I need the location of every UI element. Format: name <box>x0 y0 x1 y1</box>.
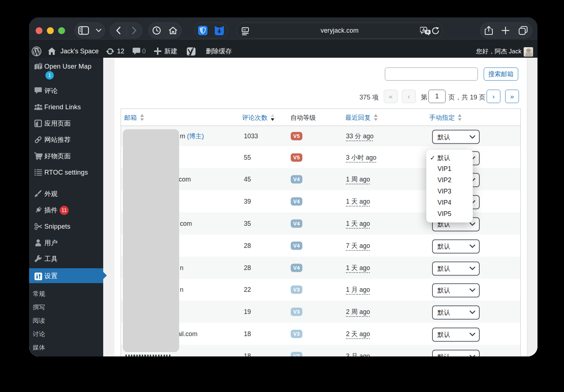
svg-text:A: A <box>422 28 425 32</box>
